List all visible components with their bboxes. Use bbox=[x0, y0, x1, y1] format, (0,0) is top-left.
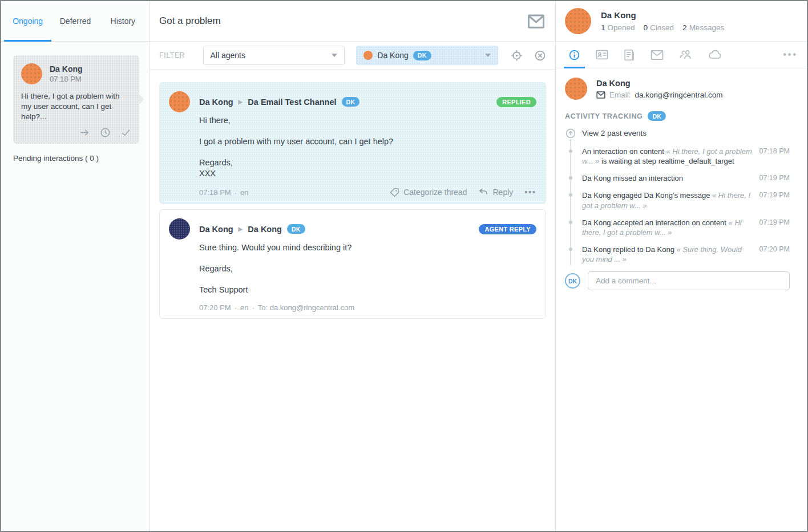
interactions-sidebar: Ongoing Deferred History Da Kong 07:18 P… bbox=[1, 1, 150, 531]
message-author: Da Kong bbox=[199, 225, 233, 234]
profile-name: Da Kong bbox=[596, 79, 723, 88]
message-preview: Hi there, I got a problem with my user a… bbox=[21, 91, 131, 123]
customer-name: Da Kong bbox=[50, 64, 83, 74]
arrow-up-circle-icon bbox=[565, 128, 576, 139]
sidebar-tabs: Ongoing Deferred History bbox=[1, 1, 150, 42]
agent-message-card[interactable]: Da Kong ▶ Da Kong DK AGENT REPLY Sure th… bbox=[159, 209, 546, 319]
transfer-icon[interactable] bbox=[79, 127, 90, 138]
message-time: 07:20 PM bbox=[199, 303, 231, 312]
reply-button[interactable]: Reply bbox=[478, 187, 513, 197]
message-lang: en bbox=[240, 303, 248, 312]
envelope-icon bbox=[596, 91, 605, 99]
message-to: To: da.kong@ringcentral.com bbox=[258, 303, 354, 312]
avatar bbox=[363, 51, 373, 60]
agents-filter-value: All agents bbox=[211, 51, 245, 60]
message-line: Hi there, bbox=[199, 116, 536, 125]
event-time: 07:19 PM bbox=[759, 190, 790, 210]
activity-event: An interaction on content « Hi there, I … bbox=[582, 147, 790, 166]
app-window: Ongoing Deferred History Da Kong 07:18 P… bbox=[0, 0, 808, 532]
message-author: Da Kong bbox=[199, 98, 233, 107]
assignee-filter-dropdown[interactable]: Da Kong DK bbox=[356, 46, 498, 65]
opened-count: 1 bbox=[601, 23, 605, 32]
message-body: Sure thing. Would you mind describing it… bbox=[199, 243, 536, 294]
panel-info-content: Da Kong Email: da.kong@ringcentral.com A… bbox=[556, 68, 807, 531]
activity-tracking-title: ACTIVITY TRACKING bbox=[565, 112, 643, 120]
message-line: Regards, bbox=[199, 264, 536, 273]
event-time: 07:19 PM bbox=[759, 173, 790, 183]
tab-contact-card-icon[interactable] bbox=[596, 42, 608, 68]
tab-history[interactable]: History bbox=[99, 1, 147, 41]
message-line: Regards, bbox=[199, 158, 536, 167]
closed-count: 0 bbox=[644, 23, 648, 32]
message-thread: Da Kong ▶ Da Email Test Channel DK REPLI… bbox=[150, 70, 555, 531]
message-line: I got a problem with my user account, ca… bbox=[199, 137, 536, 146]
selected-card-notch bbox=[139, 94, 144, 104]
messages-count: 2 bbox=[682, 23, 687, 32]
tab-cloud-icon[interactable] bbox=[708, 42, 722, 68]
activity-timeline: View 2 past events An interaction on con… bbox=[565, 129, 790, 264]
avatar bbox=[21, 63, 42, 84]
dot-separator: · bbox=[235, 188, 237, 197]
tag-icon bbox=[390, 188, 399, 197]
assignee-name: Da Kong bbox=[377, 51, 408, 60]
pending-interactions-label[interactable]: Pending interactions ( 0 ) bbox=[13, 154, 150, 163]
activity-event: Da Kong engaged Da Kong's message « Hi t… bbox=[582, 190, 790, 210]
message-body: Hi there, I got a problem with my user a… bbox=[199, 116, 536, 178]
tab-info-icon[interactable] bbox=[568, 42, 580, 68]
interaction-time: 07:18 PM bbox=[50, 75, 83, 83]
target-icon[interactable] bbox=[511, 50, 523, 62]
message-recipient: Da Kong bbox=[248, 225, 282, 234]
message-line: XXX bbox=[199, 169, 536, 178]
tab-ongoing[interactable]: Ongoing bbox=[4, 1, 51, 41]
closed-label: Closed bbox=[650, 23, 674, 32]
tab-messages-icon[interactable] bbox=[651, 42, 664, 68]
message-lang: en bbox=[240, 188, 248, 197]
email-channel-icon bbox=[527, 14, 545, 29]
message-recipient: Da Email Test Channel bbox=[248, 98, 336, 107]
chevron-right-icon: ▶ bbox=[239, 226, 243, 232]
resolve-check-icon[interactable] bbox=[120, 127, 131, 138]
thread-pane: Got a problem FILTER All agents Da Kong … bbox=[150, 1, 556, 531]
more-options-icon[interactable]: ••• bbox=[524, 188, 536, 197]
panel-tab-bar: ••• bbox=[556, 42, 807, 68]
avatar bbox=[169, 91, 190, 112]
avatar bbox=[169, 218, 190, 239]
email-label: Email: bbox=[609, 91, 631, 99]
message-line: Tech Support bbox=[199, 285, 536, 294]
agents-filter-dropdown[interactable]: All agents bbox=[203, 46, 345, 65]
reply-label: Reply bbox=[492, 188, 513, 197]
reply-arrow-icon bbox=[478, 187, 488, 197]
tab-deferred[interactable]: Deferred bbox=[51, 1, 99, 41]
view-past-events-button[interactable]: View 2 past events bbox=[582, 129, 790, 137]
activity-event: Da Kong missed an interaction 07:19 PM bbox=[582, 173, 790, 183]
agent-badge: DK bbox=[648, 111, 666, 121]
activity-event: Da Kong accepted an interaction on conte… bbox=[582, 218, 790, 237]
activity-event: Da Kong replied to Da Kong « Sure thing.… bbox=[582, 245, 790, 264]
customer-panel: Da Kong 1Opened 0Closed 2Messages bbox=[556, 1, 807, 531]
status-badge: AGENT REPLY bbox=[479, 224, 536, 234]
email-value: da.kong@ringcentral.com bbox=[635, 91, 723, 99]
add-comment-input[interactable] bbox=[588, 271, 790, 290]
clear-filter-icon[interactable] bbox=[534, 50, 546, 62]
categorize-label: Categorize thread bbox=[403, 188, 467, 197]
tab-notes-icon[interactable] bbox=[624, 42, 635, 68]
chevron-down-icon bbox=[332, 54, 337, 57]
dot-separator: · bbox=[252, 303, 254, 312]
message-time: 07:18 PM bbox=[199, 188, 231, 197]
defer-clock-icon[interactable] bbox=[100, 127, 111, 138]
avatar bbox=[565, 8, 591, 34]
interaction-list-item[interactable]: Da Kong 07:18 PM Hi there, I got a probl… bbox=[13, 55, 139, 144]
event-time: 07:20 PM bbox=[759, 245, 790, 264]
categorize-thread-button[interactable]: Categorize thread bbox=[390, 188, 467, 197]
status-badge: REPLIED bbox=[496, 97, 536, 107]
chevron-right-icon: ▶ bbox=[239, 99, 243, 105]
tab-people-icon[interactable] bbox=[679, 42, 693, 68]
agent-badge: DK bbox=[413, 51, 431, 60]
dot-separator: · bbox=[235, 303, 237, 312]
customer-message-card[interactable]: Da Kong ▶ Da Email Test Channel DK REPLI… bbox=[159, 82, 546, 204]
panel-more-options-icon[interactable]: ••• bbox=[783, 50, 798, 60]
opened-label: Opened bbox=[608, 23, 635, 32]
customer-name: Da Kong bbox=[601, 10, 724, 20]
customer-stats: 1Opened 0Closed 2Messages bbox=[601, 23, 724, 32]
event-time: 07:18 PM bbox=[759, 147, 790, 166]
